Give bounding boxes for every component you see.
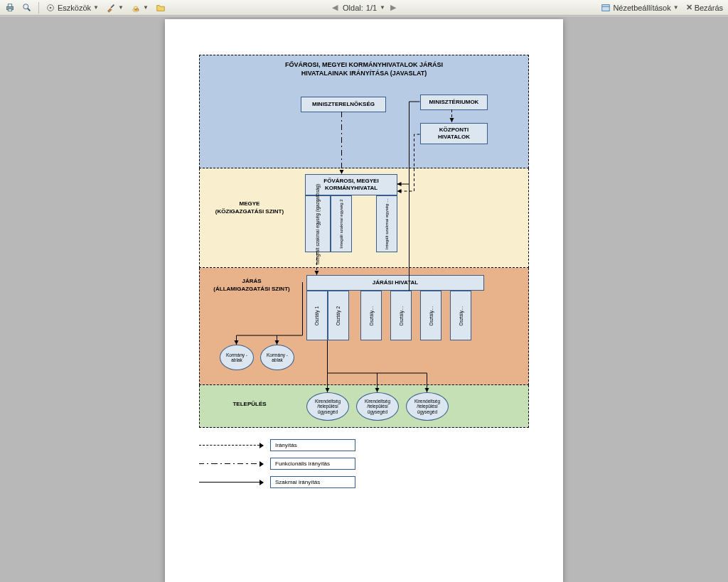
ellipse-gov-window-1: Kormány -ablak xyxy=(220,345,254,370)
col-dept-5: Osztály… xyxy=(420,291,441,340)
toolbar: Eszközök ▼ ▼ ab ▼ ◀ Oldal: 1/1 ▼ ▶ Nézet… xyxy=(0,0,728,16)
svg-rect-9 xyxy=(602,4,610,11)
col-dept-1: Osztály 1 xyxy=(306,291,328,340)
svg-point-6 xyxy=(50,6,52,9)
chevron-down-icon: ▼ xyxy=(143,4,149,11)
col-integrated-2: Integált szakmai egység 2 xyxy=(331,195,352,252)
org-diagram: FŐVÁROSI, MEGYEI KORMÁNYHIVATALOK JÁRÁSI… xyxy=(199,55,529,428)
box-district-office: JÁRÁSI HIVATAL xyxy=(306,275,484,291)
svg-line-7 xyxy=(111,4,114,7)
brush-icon[interactable]: ▼ xyxy=(104,2,126,14)
document-page: FŐVÁROSI, MEGYEI KORMÁNYHIVATALOK JÁRÁSI… xyxy=(165,19,563,582)
close-button[interactable]: ✕ Bezárás xyxy=(684,2,725,13)
page-next-button[interactable]: ▶ xyxy=(388,2,398,13)
col-integrated-1: Integrált szakmai egység (igazgatóság) xyxy=(305,195,331,252)
legend-arrow-solid xyxy=(199,482,263,483)
ellipse-gov-window-2: Kormány -ablak xyxy=(260,345,294,370)
svg-line-4 xyxy=(28,8,31,11)
chevron-down-icon: ▼ xyxy=(673,4,679,11)
svg-point-3 xyxy=(23,4,28,9)
tools-label: Eszközök xyxy=(58,4,91,12)
page-value: 1/1 xyxy=(366,4,377,12)
tier-national: FŐVÁROSI, MEGYEI KORMÁNYHIVATALOK JÁRÁSI… xyxy=(199,55,529,168)
label-district: JÁRÁS(ÁLLAMIGAZGATÁSI SZINT) xyxy=(205,278,298,293)
chevron-down-icon: ▼ xyxy=(93,4,99,11)
print-icon[interactable] xyxy=(3,2,17,14)
diagram-title: FŐVÁROSI, MEGYEI KORMÁNYHIVATALOK JÁRÁSI… xyxy=(200,55,528,77)
box-pm-office: MINISZTERELNÖKSÉG xyxy=(301,97,386,112)
ellipse-branch-2: Kirendeltség /települési ügysegéd xyxy=(356,392,399,421)
label-county: MEGYE(KÖZIGAZGATÁSI SZINT) xyxy=(210,200,289,216)
find-icon[interactable] xyxy=(20,2,34,14)
legend-label-direction: Irányítás xyxy=(270,439,355,451)
box-central-offices: KÖZPONTI HIVATALOK xyxy=(420,123,488,144)
chevron-down-icon: ▼ xyxy=(118,4,124,11)
view-settings-menu[interactable]: Nézetbeállítások ▼ xyxy=(599,2,680,14)
folder-icon[interactable] xyxy=(154,2,168,14)
page-prev-button[interactable]: ◀ xyxy=(330,2,340,13)
label-settlement: TELEPÜLÉS xyxy=(218,401,282,409)
legend-row-functional: Funkcionális irányítás xyxy=(199,456,529,470)
close-label: Bezárás xyxy=(695,4,723,12)
col-dept-3: Osztály… xyxy=(360,291,382,340)
ellipse-branch-3: Kirendeltség /települési ügysegéd xyxy=(406,392,449,421)
page-label: Oldal: xyxy=(343,4,363,12)
box-ministries: MINISZTÉRIUMOK xyxy=(420,95,488,110)
col-integrated-3: Integált szakmai egység … xyxy=(376,195,397,252)
legend-label-professional: Szakmai irányítás xyxy=(270,476,355,488)
col-dept-2: Osztály 2 xyxy=(328,291,349,340)
tier-district: JÁRÁS(ÁLLAMIGAZGATÁSI SZINT) JÁRÁSI HIVA… xyxy=(199,268,529,385)
app-window: Eszközök ▼ ▼ ab ▼ ◀ Oldal: 1/1 ▼ ▶ Nézet… xyxy=(0,0,728,582)
legend-arrow-dashed xyxy=(199,445,263,446)
view-settings-label: Nézetbeállítások xyxy=(613,4,670,12)
workspace[interactable]: FŐVÁROSI, MEGYEI KORMÁNYHIVATALOK JÁRÁSI… xyxy=(0,16,728,582)
tier-county: MEGYE(KÖZIGAZGATÁSI SZINT) FŐVÁROSI, MEG… xyxy=(199,168,529,268)
close-icon: ✕ xyxy=(686,3,692,12)
chevron-down-icon: ▼ xyxy=(380,4,385,11)
tier-settlement: TELEPÜLÉS Kirendeltség /települési ügyse… xyxy=(199,385,529,428)
toolbar-separator xyxy=(38,2,39,14)
legend-arrow-dashdot xyxy=(199,463,263,464)
tools-menu[interactable]: Eszközök ▼ xyxy=(43,2,101,14)
page-nav: ◀ Oldal: 1/1 ▼ ▶ xyxy=(330,2,398,13)
legend-row-professional: Szakmai irányítás xyxy=(199,475,529,489)
col-dept-4: Osztály… xyxy=(390,291,412,340)
svg-rect-2 xyxy=(8,9,11,11)
legend-label-functional: Funkcionális irányítás xyxy=(270,458,355,470)
svg-text:ab: ab xyxy=(134,6,139,11)
ellipse-branch-1: Kirendeltség /települési ügysegéd xyxy=(306,392,349,421)
col-dept-6: Osztály… xyxy=(450,291,471,340)
legend: Irányítás Funkcionális irányítás Szakmai… xyxy=(199,438,529,489)
legend-row-direction: Irányítás xyxy=(199,438,529,452)
svg-rect-1 xyxy=(8,4,11,6)
highlight-icon[interactable]: ab ▼ xyxy=(129,2,151,14)
